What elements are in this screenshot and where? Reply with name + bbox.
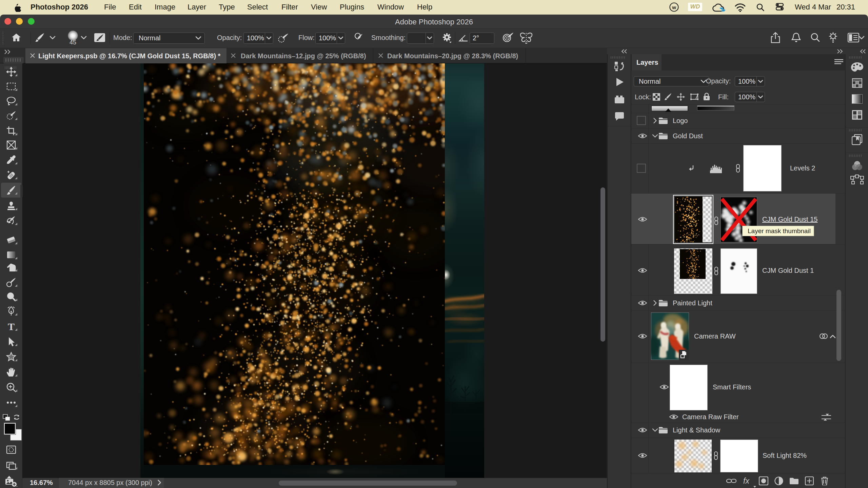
svg-text:T: T — [8, 321, 15, 331]
svg-text:w: w — [672, 4, 676, 10]
